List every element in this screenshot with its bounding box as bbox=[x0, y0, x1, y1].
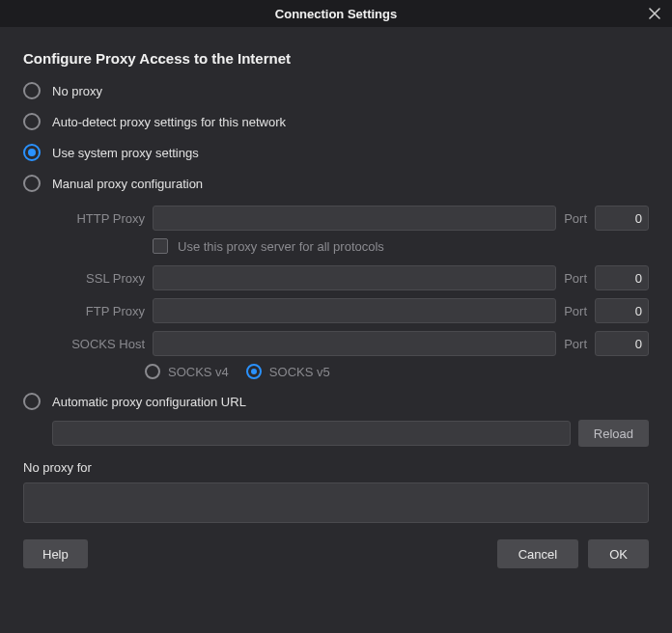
radio-socks-v5[interactable]: SOCKS v5 bbox=[246, 364, 330, 379]
button-bar: Help Cancel OK bbox=[23, 539, 649, 568]
socks-host-input[interactable] bbox=[153, 331, 556, 356]
port-label: Port bbox=[564, 271, 587, 286]
socks-host-label: SOCKS Host bbox=[23, 337, 145, 351]
radio-icon bbox=[23, 113, 41, 130]
socks-host-row: SOCKS Host Port bbox=[23, 331, 649, 356]
radio-icon bbox=[23, 82, 41, 99]
radio-label: No proxy bbox=[52, 84, 102, 98]
cancel-button[interactable]: Cancel bbox=[497, 539, 578, 568]
ssl-proxy-label: SSL Proxy bbox=[23, 271, 145, 286]
radio-manual[interactable]: Manual proxy configuration bbox=[23, 175, 649, 192]
no-proxy-for-input[interactable] bbox=[23, 482, 649, 523]
auto-config-url-input[interactable] bbox=[52, 421, 571, 446]
radio-auto-config-url[interactable]: Automatic proxy configuration URL bbox=[23, 393, 649, 410]
titlebar: Connection Settings bbox=[0, 0, 672, 27]
radio-icon bbox=[23, 175, 41, 192]
use-all-label: Use this proxy server for all protocols bbox=[178, 239, 384, 254]
no-proxy-for-label: No proxy for bbox=[23, 460, 649, 475]
radio-label: Auto-detect proxy settings for this netw… bbox=[52, 115, 286, 129]
ftp-port-input[interactable] bbox=[595, 298, 649, 323]
help-button[interactable]: Help bbox=[23, 539, 88, 568]
ok-button[interactable]: OK bbox=[588, 539, 649, 568]
radio-icon bbox=[246, 364, 262, 379]
ssl-proxy-input[interactable] bbox=[153, 265, 556, 290]
radio-label: Use system proxy settings bbox=[52, 146, 199, 160]
radio-system-proxy[interactable]: Use system proxy settings bbox=[23, 144, 649, 161]
auto-url-block: Reload bbox=[23, 420, 649, 447]
http-proxy-row: HTTP Proxy Port bbox=[23, 206, 649, 231]
socks-v4-label: SOCKS v4 bbox=[168, 365, 229, 379]
socks-version-row: SOCKS v4 SOCKS v5 bbox=[145, 364, 649, 379]
ftp-proxy-label: FTP Proxy bbox=[23, 304, 145, 318]
socks-port-input[interactable] bbox=[595, 331, 649, 356]
ftp-proxy-row: FTP Proxy Port bbox=[23, 298, 649, 323]
radio-icon bbox=[23, 393, 41, 410]
use-all-checkbox[interactable] bbox=[153, 238, 168, 254]
use-all-row[interactable]: Use this proxy server for all protocols bbox=[153, 238, 649, 254]
socks-v5-label: SOCKS v5 bbox=[269, 365, 330, 379]
radio-icon bbox=[23, 144, 41, 161]
reload-button[interactable]: Reload bbox=[578, 420, 649, 447]
radio-label: Automatic proxy configuration URL bbox=[52, 395, 246, 409]
ssl-port-input[interactable] bbox=[595, 265, 649, 290]
http-proxy-input[interactable] bbox=[153, 206, 556, 231]
section-heading: Configure Proxy Access to the Internet bbox=[23, 50, 649, 67]
radio-auto-detect[interactable]: Auto-detect proxy settings for this netw… bbox=[23, 113, 649, 130]
port-label: Port bbox=[564, 211, 587, 226]
dialog-content: Configure Proxy Access to the Internet N… bbox=[0, 27, 672, 582]
ftp-proxy-input[interactable] bbox=[153, 298, 556, 323]
ssl-proxy-row: SSL Proxy Port bbox=[23, 265, 649, 290]
manual-proxy-block: HTTP Proxy Port Use this proxy server fo… bbox=[23, 206, 649, 379]
radio-socks-v4[interactable]: SOCKS v4 bbox=[145, 364, 229, 379]
close-icon[interactable] bbox=[645, 4, 664, 23]
radio-icon bbox=[145, 364, 160, 379]
port-label: Port bbox=[564, 337, 587, 351]
dialog-title: Connection Settings bbox=[275, 7, 397, 21]
http-proxy-label: HTTP Proxy bbox=[23, 211, 145, 226]
radio-label: Manual proxy configuration bbox=[52, 177, 203, 191]
http-port-input[interactable] bbox=[595, 206, 649, 231]
radio-no-proxy[interactable]: No proxy bbox=[23, 82, 649, 99]
port-label: Port bbox=[564, 304, 587, 318]
